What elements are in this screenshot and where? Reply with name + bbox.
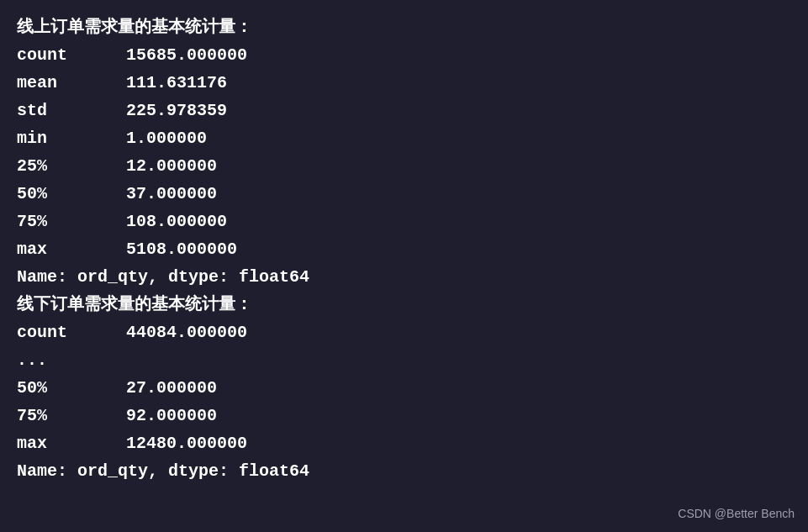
online-25-line: 25% 12.000000 <box>17 152 791 180</box>
offline-heading-line: 线下订单需求量的基本统计量： <box>17 291 791 319</box>
offline-count-line: count 44084.000000 <box>17 319 791 346</box>
online-max-value: 5108.000000 <box>126 235 237 263</box>
ellipsis-line: ... <box>17 346 791 374</box>
online-75-value: 108.000000 <box>126 208 227 235</box>
online-count-value: 15685.000000 <box>126 41 247 69</box>
online-count-line: count 15685.000000 <box>17 41 791 69</box>
offline-count-label: count <box>17 319 126 346</box>
online-max-line: max 5108.000000 <box>17 235 791 263</box>
online-75-line: 75% 108.000000 <box>17 208 791 235</box>
online-std-line: std 225.978359 <box>17 97 791 124</box>
offline-name-line: Name: ord_qty, dtype: float64 <box>17 457 791 485</box>
offline-50-label: 50% <box>17 374 126 402</box>
online-50-line: 50% 37.000000 <box>17 180 791 208</box>
online-std-value: 225.978359 <box>126 97 227 124</box>
offline-50-value: 27.000000 <box>126 374 217 402</box>
online-min-label: min <box>17 124 126 152</box>
online-std-label: std <box>17 97 126 124</box>
offline-max-line: max 12480.000000 <box>17 429 791 457</box>
online-mean-line: mean 111.631176 <box>17 69 791 97</box>
online-25-label: 25% <box>17 152 126 180</box>
offline-75-label: 75% <box>17 402 126 429</box>
online-count-label: count <box>17 41 126 69</box>
online-name-line: Name: ord_qty, dtype: float64 <box>17 263 791 291</box>
offline-name-text: Name: ord_qty, dtype: float64 <box>17 457 309 485</box>
online-25-value: 12.000000 <box>126 152 217 180</box>
online-mean-value: 111.631176 <box>126 69 227 97</box>
online-75-label: 75% <box>17 208 126 235</box>
online-min-value: 1.000000 <box>126 124 207 152</box>
offline-heading: 线下订单需求量的基本统计量： <box>17 291 252 319</box>
online-heading: 线上订单需求量的基本统计量： <box>17 13 252 41</box>
ellipsis-text: ... <box>17 346 47 374</box>
offline-max-label: max <box>17 429 126 457</box>
offline-max-value: 12480.000000 <box>126 429 247 457</box>
online-name-text: Name: ord_qty, dtype: float64 <box>17 263 309 291</box>
online-max-label: max <box>17 235 126 263</box>
online-heading-line: 线上订单需求量的基本统计量： <box>17 13 791 41</box>
offline-50-line: 50% 27.000000 <box>17 374 791 402</box>
offline-75-line: 75% 92.000000 <box>17 402 791 429</box>
offline-75-value: 92.000000 <box>126 402 217 429</box>
online-50-value: 37.000000 <box>126 180 217 208</box>
terminal: 线上订单需求量的基本统计量： count 15685.000000 mean 1… <box>0 0 808 532</box>
offline-count-value: 44084.000000 <box>126 319 247 346</box>
online-mean-label: mean <box>17 69 126 97</box>
watermark: CSDN @Better Bench <box>678 507 795 520</box>
online-min-line: min 1.000000 <box>17 124 791 152</box>
online-50-label: 50% <box>17 180 126 208</box>
